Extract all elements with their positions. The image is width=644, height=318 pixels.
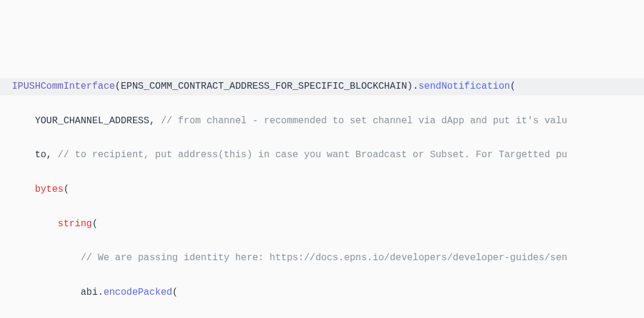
channel-address-ident: YOUR_CHANNEL_ADDRESS	[35, 116, 149, 126]
code-line-7: abi.encodePacked(	[12, 284, 632, 301]
method-send-notification: sendNotification	[419, 81, 510, 92]
keyword-string: string	[58, 219, 92, 229]
comment-from-channel: // from channel - recommended to set cha…	[161, 116, 568, 126]
paren-open: (	[63, 184, 69, 195]
code-line-4: bytes(	[12, 181, 632, 198]
paren-open: (	[115, 81, 121, 92]
keyword-bytes: bytes	[35, 184, 63, 195]
code-line-5: string(	[12, 216, 632, 233]
comma: ,	[149, 116, 160, 126]
code-line-6: // We are passing identity here: https:/…	[12, 250, 632, 267]
paren-open: (	[510, 81, 516, 92]
paren-open: (	[92, 219, 98, 229]
code-line-2: YOUR_CHANNEL_ADDRESS, // from channel - …	[12, 113, 632, 130]
dot: .	[98, 287, 104, 298]
to-ident: to	[35, 149, 46, 160]
contract-address-ident: EPNS_COMM_CONTRACT_ADDRESS_FOR_SPECIFIC_…	[120, 81, 407, 92]
comma: ,	[47, 149, 58, 160]
dot: .	[413, 81, 419, 92]
comment-identity: // We are passing identity here: https:/…	[80, 252, 567, 263]
interface-name: IPUSHCommInterface	[12, 81, 115, 92]
code-line-1: IPUSHCommInterface(EPNS_COMM_CONTRACT_AD…	[0, 78, 644, 95]
abi-ident: abi	[80, 287, 98, 298]
code-line-3: to, // to recipient, put address(this) i…	[12, 146, 632, 164]
paren-open: (	[172, 287, 178, 298]
paren-close: )	[407, 81, 413, 92]
comment-to-recipient: // to recipient, put address(this) in ca…	[58, 149, 568, 160]
method-encode-packed: encodePacked	[104, 287, 172, 298]
